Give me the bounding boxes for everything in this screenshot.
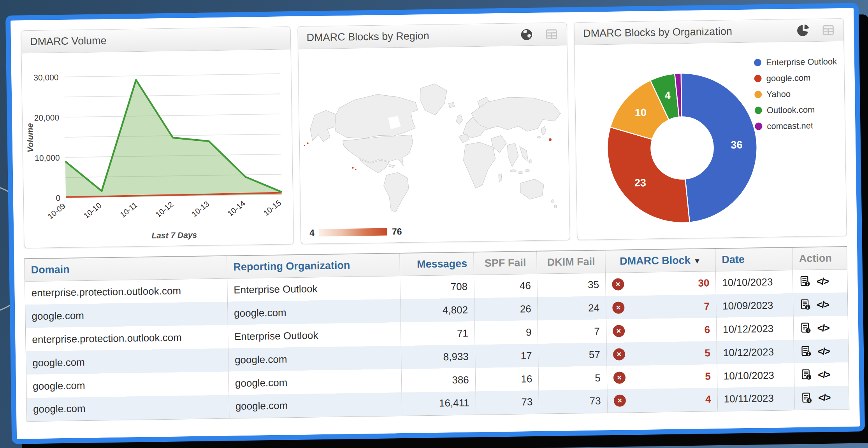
cell-spf: 9 (474, 320, 538, 345)
block-status-icon[interactable]: ✕ (613, 371, 625, 383)
cell-dkim: 24 (538, 296, 606, 320)
block-status-icon[interactable]: ✕ (612, 278, 624, 290)
iceland (448, 102, 454, 108)
legend-gradient-bar (319, 228, 387, 237)
cell-domain: enterprise.protection.outlook.com (25, 325, 228, 352)
block-status-icon[interactable]: ✕ (613, 395, 626, 407)
australia (520, 179, 544, 200)
svg-text:Volume: Volume (25, 123, 35, 152)
legend-min-value: 4 (309, 228, 315, 238)
svg-text:30,000: 30,000 (33, 73, 59, 82)
cell-date: 10/10/2023 (717, 363, 794, 388)
pie-chart-icon[interactable] (797, 24, 810, 37)
legend-label: google.com (766, 72, 810, 84)
cell-date: 10/11/2023 (717, 387, 795, 411)
report-details-icon[interactable] (800, 299, 812, 310)
donut-slice-enterprise-outlook[interactable] (681, 72, 758, 222)
xml-source-icon[interactable]: </> (817, 299, 829, 310)
column-header-date[interactable]: Date (715, 247, 792, 271)
cell-domain: google.com (25, 302, 228, 328)
panel-dmarc-volume: DMARC Volume 010,00020,00030,00010-0910-… (21, 26, 294, 248)
legend-item: comcast.net (755, 120, 838, 131)
column-header-messages[interactable]: Messages (399, 252, 474, 276)
cell-date: 10/12/2023 (717, 340, 794, 364)
report-details-icon[interactable] (800, 345, 812, 357)
cell-date: 10/09/2023 (716, 293, 793, 318)
cell-messages: 4,802 (400, 298, 474, 322)
donut-slice-google-com[interactable] (607, 126, 690, 224)
legend-color-dot (754, 59, 761, 66)
cell-domain: google.com (26, 372, 229, 398)
cell-domain: enterprise.protection.outlook.com (25, 278, 228, 305)
volume-chart: 010,00020,00030,00010-0910-1010-1110-121… (21, 49, 293, 248)
svg-text:Last 7 Days: Last 7 Days (151, 230, 197, 240)
slide-background: DMARC Volume 010,00020,00030,00010-0910-… (0, 0, 868, 448)
indonesia (510, 170, 516, 172)
svg-text:23: 23 (634, 177, 647, 189)
xml-source-icon[interactable]: </> (817, 345, 829, 357)
japan-south (537, 136, 540, 138)
svg-text:10-09: 10-09 (46, 201, 67, 220)
country-greenland (420, 84, 447, 115)
dmarc-block-count: 5 (705, 370, 711, 382)
cell-dkim: 35 (537, 273, 606, 297)
column-header-domain[interactable]: Domain (25, 256, 227, 282)
svg-text:10: 10 (635, 107, 647, 118)
xml-source-icon[interactable]: </> (817, 275, 829, 287)
panel-header: DMARC Volume (21, 27, 290, 53)
legend-item: google.com (754, 72, 838, 84)
svg-text:10-15: 10-15 (262, 198, 283, 217)
united-kingdom (456, 115, 462, 125)
legend-label: Yahoo (766, 89, 791, 100)
report-details-icon[interactable] (799, 276, 811, 287)
panel-blocks-by-region: DMARC Blocks by Region (297, 23, 570, 244)
cell-dmarc: ✕6 (606, 318, 717, 343)
legend-max-value: 76 (392, 226, 402, 237)
cell-action: </> (794, 362, 849, 387)
legend-label: Enterprise Outlook (766, 56, 837, 68)
cell-dkim: 7 (538, 319, 606, 344)
xml-source-icon[interactable]: </> (817, 322, 829, 333)
block-status-icon[interactable]: ✕ (612, 301, 624, 313)
block-status-icon[interactable]: ✕ (613, 348, 625, 360)
column-header-org[interactable]: Reporting Organization (227, 253, 400, 278)
dmarc-block-count: 7 (704, 300, 710, 312)
xml-source-icon[interactable]: </> (818, 392, 830, 403)
panel-view-toggles (520, 27, 558, 41)
cell-dmarc: ✕30 (605, 271, 716, 296)
cell-action: </> (794, 386, 849, 410)
report-details-icon[interactable] (801, 369, 812, 380)
cell-dmarc: ✕7 (606, 294, 716, 319)
japan (541, 126, 546, 135)
cell-spf: 26 (474, 297, 538, 321)
globe-icon[interactable] (520, 28, 534, 41)
world-choropleth-map (298, 46, 570, 244)
cell-domain: google.com (26, 348, 228, 375)
xml-source-icon[interactable]: </> (818, 369, 830, 380)
svg-text:4: 4 (665, 89, 671, 101)
cell-action: </> (793, 292, 848, 317)
panel-header: DMARC Blocks by Region (298, 23, 567, 49)
cell-messages: 71 (401, 321, 475, 346)
block-status-icon[interactable]: ✕ (613, 325, 625, 337)
dmarc-block-count: 4 (705, 393, 711, 405)
report-details-icon[interactable] (801, 392, 813, 404)
column-header-dmarc[interactable]: DMARC Block▼ (605, 248, 715, 273)
svg-text:10,000: 10,000 (35, 153, 60, 163)
column-header-spf: SPF Fail (473, 251, 537, 275)
table-view-icon[interactable] (822, 23, 835, 37)
cell-messages: 386 (401, 368, 476, 392)
sort-caret-icon: ▼ (694, 257, 701, 265)
cell-messages: 708 (400, 275, 474, 299)
svg-text:36: 36 (731, 139, 743, 150)
caribbean (388, 164, 394, 168)
cell-dmarc: ✕4 (607, 388, 718, 413)
pacific-region-marker (549, 138, 552, 141)
table-view-icon[interactable] (545, 27, 559, 41)
cell-date: 10/10/2023 (715, 270, 793, 294)
column-header-dkim: DKIM Fail (537, 250, 605, 274)
region-map: 4 76 (298, 46, 570, 244)
cell-dmarc: ✕5 (607, 364, 717, 389)
report-details-icon[interactable] (800, 322, 812, 334)
indonesia (518, 172, 523, 174)
